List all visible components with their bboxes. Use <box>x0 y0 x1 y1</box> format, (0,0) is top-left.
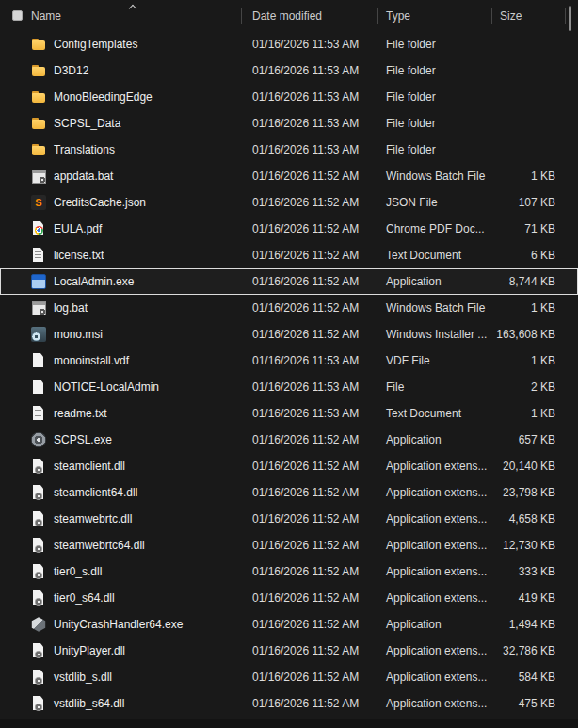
folder-icon <box>31 116 46 131</box>
file-size: 1 KB <box>492 354 566 367</box>
file-name-cell: ConfigTemplates <box>0 37 242 52</box>
table-row[interactable]: vstdlib_s64.dll 01/16/2026 11:52 AM Appl… <box>0 690 578 717</box>
date-modified: 01/16/2026 11:52 AM <box>242 512 378 526</box>
date-modified: 01/16/2026 11:52 AM <box>242 486 378 499</box>
file-name: mono.msi <box>54 328 103 341</box>
dll-icon <box>31 590 46 606</box>
date-modified: 01/16/2026 11:52 AM <box>242 196 378 209</box>
table-row[interactable]: EULA.pdf 01/16/2026 11:52 AM Chrome PDF … <box>0 216 578 242</box>
table-row[interactable]: vstdlib_s.dll 01/16/2026 11:52 AM Applic… <box>0 664 578 690</box>
file-name-cell: UnityPlayer.dll <box>0 643 242 658</box>
batch-icon <box>31 169 46 184</box>
file-size: 23,798 KB <box>492 486 566 499</box>
file-name-cell: tier0_s.dll <box>0 564 242 579</box>
table-row[interactable]: monoinstall.vdf 01/16/2026 11:53 AM VDF … <box>0 348 578 374</box>
table-row[interactable]: ConfigTemplates 01/16/2026 11:53 AM File… <box>0 31 578 57</box>
file-name-cell: Translations <box>0 142 242 157</box>
dll-icon <box>31 511 46 526</box>
table-row[interactable]: log.bat 01/16/2026 11:52 AM Windows Batc… <box>0 295 578 321</box>
table-row[interactable]: SCPSL_Data 01/16/2026 11:53 AM File fold… <box>0 110 578 137</box>
file-name: UnityCrashHandler64.exe <box>54 618 183 631</box>
date-modified: 01/16/2026 11:52 AM <box>242 170 378 183</box>
table-row[interactable]: D3D12 01/16/2026 11:53 AM File folder <box>0 57 578 84</box>
date-modified: 01/16/2026 11:52 AM <box>242 697 378 710</box>
file-name-cell: readme.txt <box>0 406 242 421</box>
file-size: 1 KB <box>492 170 566 183</box>
table-row[interactable]: LocalAdmin.exe 01/16/2026 11:52 AM Appli… <box>0 268 578 295</box>
folder-icon <box>31 142 46 157</box>
vertical-scrollbar-thumb[interactable] <box>569 6 571 31</box>
folder-icon <box>31 63 46 78</box>
folder-icon <box>31 37 46 52</box>
file-name-cell: MonoBleedingEdge <box>0 89 242 105</box>
table-row[interactable]: MonoBleedingEdge 01/16/2026 11:53 AM Fil… <box>0 84 578 110</box>
folder-icon <box>31 89 46 105</box>
file-size: 163,608 KB <box>492 328 566 341</box>
table-row[interactable]: license.txt 01/16/2026 11:52 AM Text Doc… <box>0 242 578 268</box>
file-name: NOTICE-LocalAdmin <box>54 380 159 394</box>
column-header-date-modified[interactable]: Date modified <box>242 0 378 31</box>
file-type: File folder <box>378 143 492 156</box>
column-label-name: Name <box>31 9 61 23</box>
table-row[interactable]: UnityPlayer.dll 01/16/2026 11:52 AM Appl… <box>0 638 578 664</box>
table-row[interactable]: tier0_s.dll 01/16/2026 11:52 AM Applicat… <box>0 558 578 585</box>
dll-icon <box>31 459 46 474</box>
table-row[interactable]: steamclient64.dll 01/16/2026 11:52 AM Ap… <box>0 479 578 506</box>
file-name: log.bat <box>54 301 88 315</box>
column-header-name[interactable]: Name <box>0 0 242 31</box>
file-type: Windows Batch File <box>378 301 492 315</box>
table-row[interactable]: readme.txt 01/16/2026 11:53 AM Text Docu… <box>0 400 578 427</box>
file-name: steamwebrtc.dll <box>54 512 132 526</box>
file-name: CreditsCache.json <box>54 196 146 209</box>
file-type: Application <box>378 433 492 446</box>
file-size: 1 KB <box>492 301 566 315</box>
date-modified: 01/16/2026 11:53 AM <box>242 117 378 130</box>
file-name-cell: LocalAdmin.exe <box>0 274 242 289</box>
file-name-cell: steamwebrtc64.dll <box>0 538 242 553</box>
column-header-type[interactable]: Type <box>378 0 492 31</box>
file-type: Application extens... <box>378 539 492 552</box>
file-name-cell: NOTICE-LocalAdmin <box>0 380 242 395</box>
file-type: File <box>378 380 492 394</box>
file-name-cell: SCPSL_Data <box>0 116 242 131</box>
file-size: 71 KB <box>492 222 566 235</box>
file-size: 107 KB <box>492 196 566 209</box>
table-row[interactable]: mono.msi 01/16/2026 11:52 AM Windows Ins… <box>0 321 578 348</box>
dll-icon <box>31 538 46 553</box>
file-size: 657 KB <box>492 433 566 446</box>
date-modified: 01/16/2026 11:52 AM <box>242 591 378 605</box>
date-modified: 01/16/2026 11:53 AM <box>242 38 378 51</box>
date-modified: 01/16/2026 11:52 AM <box>242 539 378 552</box>
file-explorer-window: Name Date modified Type Size ConfigTempl… <box>0 0 578 728</box>
file-type: Application extens... <box>378 591 492 605</box>
dll-icon <box>31 643 46 658</box>
table-row[interactable]: appdata.bat 01/16/2026 11:52 AM Windows … <box>0 163 578 189</box>
date-modified: 01/16/2026 11:52 AM <box>242 249 378 262</box>
file-name-cell: EULA.pdf <box>0 221 242 236</box>
file-name: steamclient.dll <box>54 460 125 473</box>
file-name: vstdlib_s.dll <box>54 671 112 684</box>
file-type: File folder <box>378 38 492 51</box>
file-name: steamclient64.dll <box>54 486 137 499</box>
table-row[interactable]: tier0_s64.dll 01/16/2026 11:52 AM Applic… <box>0 585 578 611</box>
table-row[interactable]: steamwebrtc.dll 01/16/2026 11:52 AM Appl… <box>0 506 578 532</box>
table-row[interactable]: SCPSL.exe 01/16/2026 11:52 AM Applicatio… <box>0 427 578 453</box>
file-name: SCPSL.exe <box>54 433 112 446</box>
table-row[interactable]: Translations 01/16/2026 11:53 AM File fo… <box>0 137 578 163</box>
file-name: vstdlib_s64.dll <box>54 697 124 710</box>
file-name: MonoBleedingEdge <box>54 90 153 104</box>
select-all-checkbox[interactable] <box>12 10 23 21</box>
file-size: 32,786 KB <box>492 644 566 657</box>
table-row[interactable]: steamclient.dll 01/16/2026 11:52 AM Appl… <box>0 453 578 479</box>
table-row[interactable]: steamwebrtc64.dll 01/16/2026 11:52 AM Ap… <box>0 532 578 558</box>
table-row[interactable]: CreditsCache.json 01/16/2026 11:52 AM JS… <box>0 189 578 216</box>
table-row[interactable]: NOTICE-LocalAdmin 01/16/2026 11:53 AM Fi… <box>0 374 578 400</box>
file-type: Windows Batch File <box>378 170 492 183</box>
date-modified: 01/16/2026 11:52 AM <box>242 618 378 631</box>
file-type: Application extens... <box>378 460 492 473</box>
file-size: 584 KB <box>492 671 566 684</box>
column-header-size[interactable]: Size <box>492 0 566 31</box>
table-row[interactable]: UnityCrashHandler64.exe 01/16/2026 11:52… <box>0 611 578 638</box>
file-type: Application extens... <box>378 512 492 526</box>
app-window-icon <box>31 274 46 289</box>
